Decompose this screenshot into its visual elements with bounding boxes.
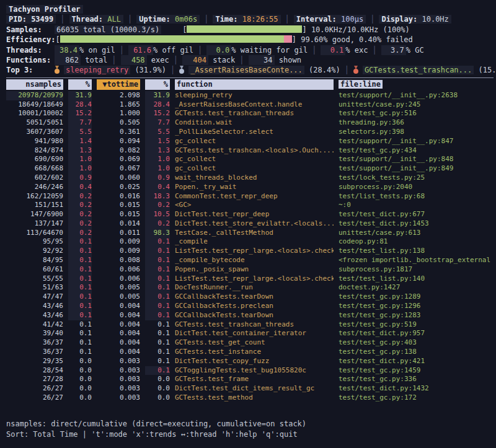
- cell-direct-pct: 0.1: [68, 302, 92, 311]
- thread-stat-suffix: % GC: [406, 46, 424, 55]
- display-value: 10.0Hz: [422, 15, 448, 24]
- table-row: 95/95 0.1 0.009 0.1 _compile codeop.py:8…: [6, 237, 494, 247]
- cell-cumulative-pct: 0.0: [145, 384, 170, 393]
- cell-function: sleeping_retry: [175, 91, 334, 100]
- top3-item: │sleeping_retry (31.9%): [55, 66, 166, 74]
- cell-direct-pct: 0.1: [68, 329, 92, 338]
- cell-function: GCTests.test_instance: [175, 348, 334, 357]
- col-header-direct-pct[interactable]: %: [68, 79, 92, 90]
- cell-function: GCCallbackTests.preclean: [175, 302, 334, 311]
- table-row: 113/64670 0.2 0.011 98.3 TestCase._callT…: [6, 229, 494, 238]
- cell-cumulative-pct: 0.9: [145, 173, 170, 183]
- cell-file-line: test/test_list.py:140: [339, 275, 494, 284]
- threads-label: Threads:: [6, 45, 55, 55]
- header-divider: [6, 77, 494, 78]
- cell-function: GCCallbackTests.tearDown: [175, 292, 334, 302]
- thread-stat: │0.1% exc: [308, 46, 368, 55]
- cell-tottime: 0.004: [97, 348, 140, 357]
- cell-tottime: 0.003: [97, 366, 140, 376]
- cell-tottime: 0.094: [97, 137, 140, 146]
- col-header-tottime-sorted[interactable]: ▼tottime: [97, 79, 140, 90]
- cell-file-line: test/test_gc.py:336: [339, 375, 494, 384]
- thread-group[interactable]: Thread: ALL: [69, 15, 124, 24]
- cell-tottime: 0.004: [97, 320, 140, 330]
- cell-function: gc_collect: [175, 155, 334, 164]
- cell-direct-pct: 0.0: [68, 384, 92, 393]
- cell-direct-pct: 1.3: [68, 146, 92, 156]
- cell-cumulative-pct: 0.1: [145, 283, 170, 292]
- cell-direct-pct: 0.1: [68, 237, 92, 247]
- cell-file-line: unittest/case.py:245: [339, 100, 494, 110]
- cell-nsamples: 151/151: [6, 201, 63, 210]
- thread-stat-value: 38.4: [55, 45, 79, 55]
- cell-file-line: selectors.py:398: [339, 128, 494, 137]
- cell-nsamples: 690/690: [6, 155, 63, 164]
- cell-direct-pct: 0.4: [68, 183, 92, 192]
- footer-keybindings: Sort: Total Time | 't':mode 'x':trends ↔…: [6, 429, 496, 440]
- cell-nsamples: 246/246: [6, 183, 63, 192]
- table-header: nsamples % ▼tottime % function file:line: [6, 79, 494, 90]
- function-stat-value: 34: [249, 55, 275, 65]
- function-stat-suffix: exec: [147, 56, 169, 64]
- cell-function: _PollLikeSelector.select: [175, 128, 334, 137]
- function-stat-suffix: total: [81, 56, 107, 64]
- cell-nsamples: 602/602: [6, 173, 63, 183]
- col-header-nsamples[interactable]: nsamples: [6, 79, 63, 90]
- cell-function: TestCase._callTestMethod: [175, 229, 334, 238]
- cell-function: GCTests.test_method: [175, 393, 334, 403]
- cell-cumulative-pct: 0.1: [145, 311, 170, 320]
- efficiency-bar-bracket-close: ]: [292, 35, 296, 44]
- col-header-file-line[interactable]: file:line: [339, 79, 494, 90]
- efficiency-bar: [60, 35, 292, 43]
- cell-tottime: 0.004: [97, 329, 140, 338]
- cell-function: DictTest.test_container_iterator: [175, 329, 334, 338]
- cell-nsamples: 137/147: [6, 219, 63, 229]
- cell-function: GCTests.test_trashcan.<locals>.Ouch....: [175, 146, 334, 156]
- table-row: 26/27 0.0 0.003 0.0 DictTest.test_dict_i…: [6, 384, 494, 393]
- status-bar: PID: 53499│Thread: ALL│Uptime: 0m06s│Tim…: [6, 14, 496, 24]
- cell-cumulative-pct: 0.1: [145, 348, 170, 357]
- samples-total: 66035 total (10000.3/s): [55, 25, 161, 34]
- cell-direct-pct: 0.1: [68, 348, 92, 357]
- table-row: 55/55 0.1 0.006 0.1 ListTest.test_repr_l…: [6, 275, 494, 284]
- cell-file-line: test/support/__init__.py:847: [339, 137, 494, 146]
- table-row: 137/147 0.2 0.014 0.2 DictTest.test_stor…: [6, 219, 494, 229]
- function-stat-suffix: stack: [208, 56, 235, 64]
- cell-file-line: unittest/case.py:613: [339, 229, 494, 238]
- col-header-cumulative-pct[interactable]: %: [145, 79, 170, 90]
- cell-function: CommonTest.test_repr_deep: [175, 192, 334, 201]
- cell-tottime: 0.069: [97, 155, 140, 164]
- efficiency-bar-failed: [284, 35, 291, 43]
- cell-nsamples: 55/55: [6, 275, 63, 284]
- cell-direct-pct: 1.0: [68, 155, 92, 164]
- col-header-function[interactable]: function: [175, 79, 334, 90]
- cell-direct-pct: 0.0: [68, 366, 92, 376]
- cell-file-line: test/lock_tests.py:25: [339, 173, 494, 183]
- cell-cumulative-pct: 0.1: [145, 247, 170, 256]
- cell-function: DictTest.test_dict_items_result_gc: [175, 384, 334, 393]
- cell-cumulative-pct: 15.2: [145, 109, 170, 118]
- top3-percent: (15.2%): [479, 66, 496, 74]
- function-stat: │862 total: [55, 56, 107, 64]
- page-title: Tachyon Profiler: [9, 5, 81, 14]
- cell-cumulative-pct: 0.0: [145, 393, 170, 403]
- cell-cumulative-pct: 0.4: [145, 183, 170, 192]
- cell-cumulative-pct: 0.1: [145, 302, 170, 311]
- cell-direct-pct: 1.0: [68, 164, 92, 173]
- thread-stat: │0.0% waiting for gil: [193, 46, 308, 55]
- function-stat: │404 stack: [169, 56, 236, 64]
- thread-stat-suffix: % on gil: [79, 46, 115, 55]
- cell-tottime: 0.008: [97, 256, 140, 265]
- cell-nsamples: 10001/10002: [6, 109, 63, 118]
- cell-tottime: 0.505: [97, 118, 140, 128]
- cell-function: GCTests.test_frame: [175, 375, 334, 384]
- cell-function: _compile_bytecode: [175, 256, 334, 265]
- cell-file-line: test/support/__init__.py:2638: [339, 91, 494, 100]
- thread-stat-value: 0.1: [321, 45, 345, 55]
- functions-label: Functions:: [6, 55, 55, 65]
- cell-cumulative-pct: 1.5: [145, 137, 170, 146]
- efficiency-bar-good: [60, 35, 285, 43]
- cell-direct-pct: 0.2: [68, 201, 92, 210]
- thread-stat: │3.7% GC: [368, 46, 423, 55]
- cell-nsamples: 3607/3607: [6, 128, 63, 137]
